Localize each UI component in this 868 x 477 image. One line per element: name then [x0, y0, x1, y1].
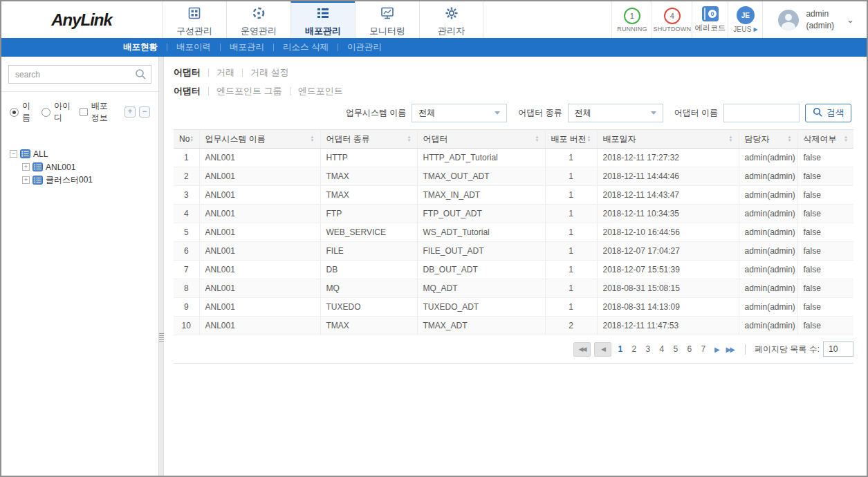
- col-header-no[interactable]: No▲▼: [174, 130, 199, 149]
- subnav-resource-delete[interactable]: 리소스 삭제: [274, 41, 338, 53]
- radio-name[interactable]: [10, 108, 19, 117]
- last-page-button[interactable]: ▶▶: [724, 346, 736, 353]
- page-number[interactable]: 7: [698, 344, 709, 354]
- expand-icon[interactable]: +: [22, 176, 30, 184]
- checkbox-deploy-info[interactable]: [80, 108, 88, 116]
- adapter-type-label: 어댑터 종류: [518, 107, 562, 119]
- sort-icon[interactable]: ▲▼: [311, 135, 315, 142]
- nav-tab-config[interactable]: 구성관리: [162, 1, 226, 38]
- table-header-row: No▲▼ 업무시스템 이름▲▼ 어댑터 종류▲▼ 어댑터▲▼ 배포 버전▲▼ 배…: [174, 130, 853, 149]
- adapter-type-select[interactable]: 전체: [568, 104, 663, 122]
- shutdown-status[interactable]: 4 SHUTDOWN: [652, 1, 692, 38]
- table-row[interactable]: 9ANL001TUXEDOTUXEDO_ADT12018-08-31 14:13…: [174, 298, 853, 317]
- tree-node-anl001[interactable]: + ANL001: [10, 160, 151, 174]
- col-header-version[interactable]: 배포 버전▲▼: [545, 130, 597, 149]
- col-header-adapter[interactable]: 어댑터▲▼: [417, 130, 545, 149]
- anylink-logo: AnyLink: [51, 10, 112, 30]
- expand-icon[interactable]: +: [22, 163, 30, 171]
- page-number[interactable]: 6: [684, 344, 695, 354]
- table-row[interactable]: 10ANL001TMAXTMAX_ADT22018-12-11 11:47:53…: [174, 317, 853, 335]
- table-cell: DB_OUT_ADT: [417, 261, 545, 279]
- search-input[interactable]: [8, 65, 151, 84]
- subtab-endpoint-group[interactable]: 엔드포인트 그룹: [216, 85, 282, 97]
- sort-icon[interactable]: ▲▼: [788, 135, 792, 142]
- nav-label: 운영관리: [241, 25, 277, 37]
- table-row[interactable]: 4ANL001FTPFTP_OUT_ADT12018-12-11 10:34:3…: [174, 205, 853, 223]
- col-header-system[interactable]: 업무시스템 이름▲▼: [199, 130, 320, 149]
- subtab-endpoint[interactable]: 엔드포인트: [298, 85, 343, 97]
- table-row[interactable]: 3ANL001TMAXTMAX_IN_ADT12018-12-11 14:43:…: [174, 186, 853, 205]
- nav-label: 관리자: [438, 25, 465, 37]
- system-name-select[interactable]: 전체: [412, 104, 507, 122]
- table-cell: ANL001: [199, 317, 320, 335]
- table-row[interactable]: 7ANL001DBDB_OUT_ADT12018-12-07 15:51:39a…: [174, 261, 853, 279]
- adapter-type-value: 전체: [575, 107, 591, 119]
- subtab-adapter[interactable]: 어댑터: [174, 85, 201, 97]
- table-cell: ANL001: [199, 223, 320, 242]
- nav-tab-monitoring[interactable]: 모니터링: [355, 1, 419, 38]
- sort-icon[interactable]: ▲▼: [844, 135, 848, 142]
- nav-tab-admin[interactable]: 관리자: [419, 1, 483, 38]
- table-cell: admin(admin): [739, 205, 797, 223]
- sort-icon[interactable]: ▲▼: [407, 135, 412, 142]
- table-cell: 1: [545, 205, 597, 223]
- col-header-deleted[interactable]: 삭제여부▲▼: [797, 130, 853, 149]
- next-page-button[interactable]: ▶: [712, 346, 721, 353]
- running-status[interactable]: 1 RUNNING: [611, 1, 652, 38]
- collapse-all-button[interactable]: −: [139, 106, 150, 118]
- server-icon: [33, 162, 43, 171]
- subnav-deploy-history[interactable]: 배포이력: [167, 41, 220, 53]
- nav-tab-operations[interactable]: 운영관리: [226, 1, 290, 38]
- sort-icon[interactable]: ▲▼: [729, 135, 733, 142]
- col-header-deploy-date[interactable]: 배포일자▲▼: [597, 130, 739, 149]
- table-cell: 6: [174, 242, 199, 261]
- user-menu[interactable]: admin (admin) ⌄: [762, 1, 867, 38]
- sort-icon[interactable]: ▲▼: [190, 135, 194, 142]
- nav-tab-deployment[interactable]: 배포관리: [290, 1, 355, 38]
- table-row[interactable]: 1ANL001HTTPHTTP_ADT_Tutorial12018-12-11 …: [174, 149, 853, 167]
- col-header-adapter-type[interactable]: 어댑터 종류▲▼: [320, 130, 417, 149]
- cluster-icon: [33, 176, 43, 185]
- per-page-input[interactable]: [823, 342, 853, 357]
- tree-node-cluster001[interactable]: + 클러스터001: [10, 174, 151, 187]
- running-count-badge: 1: [624, 8, 640, 24]
- error-code-button[interactable]: 0 에러코드: [692, 1, 728, 38]
- expand-all-button[interactable]: +: [124, 106, 136, 118]
- table-cell: ANL001: [199, 167, 320, 186]
- resource-tree: − ALL + ANL001 +: [8, 147, 151, 187]
- table-row[interactable]: 2ANL001TMAXTMAX_OUT_ADT12018-12-11 14:44…: [174, 167, 853, 186]
- table-cell: admin(admin): [739, 242, 797, 261]
- table-cell: admin(admin): [739, 223, 797, 242]
- panel-splitter[interactable]: [159, 57, 164, 476]
- first-page-button[interactable]: ◀◀: [573, 342, 591, 357]
- tree-node-all[interactable]: − ALL: [10, 147, 151, 160]
- table-cell: false: [797, 205, 853, 223]
- page-number[interactable]: 1: [615, 344, 626, 354]
- page-number[interactable]: 2: [629, 344, 640, 354]
- tab-transaction-settings[interactable]: 거래 설정: [250, 66, 289, 79]
- adapter-name-input[interactable]: [723, 104, 800, 122]
- tab-adapter[interactable]: 어댑터: [174, 66, 201, 79]
- search-button-label: 검색: [827, 107, 844, 119]
- table-row[interactable]: 6ANL001FILEFILE_OUT_ADT12018-12-07 17:04…: [174, 242, 853, 261]
- primary-tabs: 어댑터 거래 거래 설정: [174, 66, 851, 79]
- page-number[interactable]: 4: [656, 344, 667, 354]
- splitter-grip-icon[interactable]: [159, 333, 164, 343]
- page-number[interactable]: 3: [643, 344, 654, 354]
- col-header-manager[interactable]: 담당자▲▼: [739, 130, 797, 149]
- search-button[interactable]: 검색: [805, 104, 851, 122]
- tab-transaction[interactable]: 거래: [216, 66, 234, 79]
- page-number[interactable]: 5: [670, 344, 681, 354]
- table-row[interactable]: 8ANL001MQMQ_ADT12018-08-31 15:08:15admin…: [174, 279, 853, 298]
- prev-page-button[interactable]: ◀: [594, 342, 611, 357]
- table-cell: admin(admin): [739, 186, 797, 205]
- sort-icon[interactable]: ▲▼: [535, 135, 539, 142]
- sort-icon[interactable]: ▲▼: [587, 135, 591, 142]
- subnav-deploy-manage[interactable]: 배포관리: [221, 41, 273, 53]
- jeus-button[interactable]: JE JEUS▶: [728, 1, 762, 38]
- table-row[interactable]: 5ANL001WEB_SERVICEWS_ADT_Tutorial12018-1…: [174, 223, 853, 242]
- subnav-deploy-status[interactable]: 배포현황: [114, 41, 167, 53]
- collapse-icon[interactable]: −: [10, 150, 17, 158]
- radio-id[interactable]: [41, 108, 50, 117]
- subnav-migration[interactable]: 이관관리: [338, 41, 391, 53]
